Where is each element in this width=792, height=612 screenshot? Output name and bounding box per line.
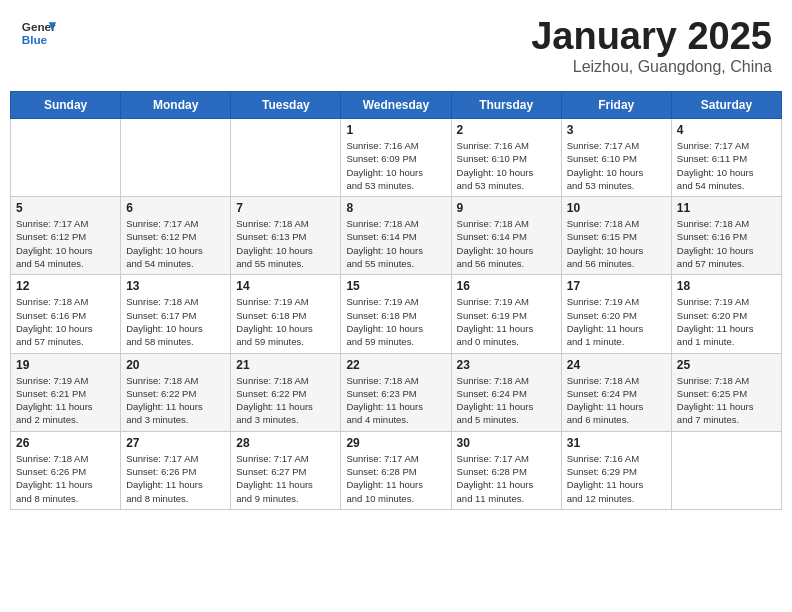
table-row: 6Sunrise: 7:17 AMSunset: 6:12 PMDaylight… xyxy=(121,197,231,275)
day-number: 18 xyxy=(677,279,776,293)
table-row: 9Sunrise: 7:18 AMSunset: 6:14 PMDaylight… xyxy=(451,197,561,275)
weekday-header-row: Sunday Monday Tuesday Wednesday Thursday… xyxy=(11,92,782,119)
table-row: 18Sunrise: 7:19 AMSunset: 6:20 PMDayligh… xyxy=(671,275,781,353)
table-row: 31Sunrise: 7:16 AMSunset: 6:29 PMDayligh… xyxy=(561,431,671,509)
day-number: 13 xyxy=(126,279,225,293)
day-number: 24 xyxy=(567,358,666,372)
table-row: 27Sunrise: 7:17 AMSunset: 6:26 PMDayligh… xyxy=(121,431,231,509)
day-info: Sunrise: 7:18 AMSunset: 6:14 PMDaylight:… xyxy=(346,217,445,270)
table-row: 23Sunrise: 7:18 AMSunset: 6:24 PMDayligh… xyxy=(451,353,561,431)
day-info: Sunrise: 7:18 AMSunset: 6:25 PMDaylight:… xyxy=(677,374,776,427)
day-info: Sunrise: 7:16 AMSunset: 6:10 PMDaylight:… xyxy=(457,139,556,192)
day-number: 19 xyxy=(16,358,115,372)
table-row: 21Sunrise: 7:18 AMSunset: 6:22 PMDayligh… xyxy=(231,353,341,431)
day-info: Sunrise: 7:18 AMSunset: 6:15 PMDaylight:… xyxy=(567,217,666,270)
week-row-3: 12Sunrise: 7:18 AMSunset: 6:16 PMDayligh… xyxy=(11,275,782,353)
table-row: 14Sunrise: 7:19 AMSunset: 6:18 PMDayligh… xyxy=(231,275,341,353)
day-number: 1 xyxy=(346,123,445,137)
day-info: Sunrise: 7:18 AMSunset: 6:13 PMDaylight:… xyxy=(236,217,335,270)
day-info: Sunrise: 7:18 AMSunset: 6:16 PMDaylight:… xyxy=(16,295,115,348)
day-number: 8 xyxy=(346,201,445,215)
table-row: 2Sunrise: 7:16 AMSunset: 6:10 PMDaylight… xyxy=(451,119,561,197)
table-row: 1Sunrise: 7:16 AMSunset: 6:09 PMDaylight… xyxy=(341,119,451,197)
header-friday: Friday xyxy=(561,92,671,119)
day-number: 29 xyxy=(346,436,445,450)
day-info: Sunrise: 7:19 AMSunset: 6:20 PMDaylight:… xyxy=(677,295,776,348)
calendar-title: January 2025 xyxy=(531,15,772,58)
day-info: Sunrise: 7:17 AMSunset: 6:26 PMDaylight:… xyxy=(126,452,225,505)
table-row: 20Sunrise: 7:18 AMSunset: 6:22 PMDayligh… xyxy=(121,353,231,431)
table-row: 19Sunrise: 7:19 AMSunset: 6:21 PMDayligh… xyxy=(11,353,121,431)
day-number: 26 xyxy=(16,436,115,450)
day-number: 14 xyxy=(236,279,335,293)
calendar-location: Leizhou, Guangdong, China xyxy=(531,58,772,76)
day-info: Sunrise: 7:19 AMSunset: 6:19 PMDaylight:… xyxy=(457,295,556,348)
logo: General Blue xyxy=(20,15,60,51)
table-row: 8Sunrise: 7:18 AMSunset: 6:14 PMDaylight… xyxy=(341,197,451,275)
day-number: 28 xyxy=(236,436,335,450)
day-info: Sunrise: 7:17 AMSunset: 6:28 PMDaylight:… xyxy=(457,452,556,505)
day-number: 10 xyxy=(567,201,666,215)
table-row: 17Sunrise: 7:19 AMSunset: 6:20 PMDayligh… xyxy=(561,275,671,353)
day-info: Sunrise: 7:17 AMSunset: 6:12 PMDaylight:… xyxy=(126,217,225,270)
table-row: 10Sunrise: 7:18 AMSunset: 6:15 PMDayligh… xyxy=(561,197,671,275)
day-info: Sunrise: 7:19 AMSunset: 6:18 PMDaylight:… xyxy=(236,295,335,348)
table-row: 11Sunrise: 7:18 AMSunset: 6:16 PMDayligh… xyxy=(671,197,781,275)
table-row: 12Sunrise: 7:18 AMSunset: 6:16 PMDayligh… xyxy=(11,275,121,353)
table-row: 4Sunrise: 7:17 AMSunset: 6:11 PMDaylight… xyxy=(671,119,781,197)
table-row: 28Sunrise: 7:17 AMSunset: 6:27 PMDayligh… xyxy=(231,431,341,509)
week-row-1: 1Sunrise: 7:16 AMSunset: 6:09 PMDaylight… xyxy=(11,119,782,197)
table-row: 15Sunrise: 7:19 AMSunset: 6:18 PMDayligh… xyxy=(341,275,451,353)
day-number: 11 xyxy=(677,201,776,215)
table-row xyxy=(671,431,781,509)
day-number: 2 xyxy=(457,123,556,137)
day-number: 6 xyxy=(126,201,225,215)
header-monday: Monday xyxy=(121,92,231,119)
day-number: 31 xyxy=(567,436,666,450)
logo-icon: General Blue xyxy=(20,15,56,51)
table-row: 13Sunrise: 7:18 AMSunset: 6:17 PMDayligh… xyxy=(121,275,231,353)
day-info: Sunrise: 7:18 AMSunset: 6:26 PMDaylight:… xyxy=(16,452,115,505)
day-info: Sunrise: 7:17 AMSunset: 6:10 PMDaylight:… xyxy=(567,139,666,192)
table-row: 22Sunrise: 7:18 AMSunset: 6:23 PMDayligh… xyxy=(341,353,451,431)
header-saturday: Saturday xyxy=(671,92,781,119)
day-info: Sunrise: 7:18 AMSunset: 6:22 PMDaylight:… xyxy=(126,374,225,427)
day-number: 23 xyxy=(457,358,556,372)
week-row-5: 26Sunrise: 7:18 AMSunset: 6:26 PMDayligh… xyxy=(11,431,782,509)
table-row: 5Sunrise: 7:17 AMSunset: 6:12 PMDaylight… xyxy=(11,197,121,275)
day-number: 4 xyxy=(677,123,776,137)
table-row xyxy=(11,119,121,197)
day-info: Sunrise: 7:18 AMSunset: 6:22 PMDaylight:… xyxy=(236,374,335,427)
table-row: 3Sunrise: 7:17 AMSunset: 6:10 PMDaylight… xyxy=(561,119,671,197)
page-header: General Blue January 2025 Leizhou, Guang… xyxy=(10,10,782,81)
header-thursday: Thursday xyxy=(451,92,561,119)
svg-text:Blue: Blue xyxy=(22,33,48,46)
day-info: Sunrise: 7:19 AMSunset: 6:21 PMDaylight:… xyxy=(16,374,115,427)
day-info: Sunrise: 7:17 AMSunset: 6:11 PMDaylight:… xyxy=(677,139,776,192)
day-info: Sunrise: 7:17 AMSunset: 6:27 PMDaylight:… xyxy=(236,452,335,505)
header-wednesday: Wednesday xyxy=(341,92,451,119)
day-info: Sunrise: 7:18 AMSunset: 6:24 PMDaylight:… xyxy=(567,374,666,427)
day-info: Sunrise: 7:18 AMSunset: 6:17 PMDaylight:… xyxy=(126,295,225,348)
day-number: 22 xyxy=(346,358,445,372)
table-row: 30Sunrise: 7:17 AMSunset: 6:28 PMDayligh… xyxy=(451,431,561,509)
day-number: 17 xyxy=(567,279,666,293)
day-info: Sunrise: 7:19 AMSunset: 6:18 PMDaylight:… xyxy=(346,295,445,348)
header-sunday: Sunday xyxy=(11,92,121,119)
table-row xyxy=(121,119,231,197)
day-number: 5 xyxy=(16,201,115,215)
day-number: 21 xyxy=(236,358,335,372)
day-number: 9 xyxy=(457,201,556,215)
day-info: Sunrise: 7:19 AMSunset: 6:20 PMDaylight:… xyxy=(567,295,666,348)
day-number: 15 xyxy=(346,279,445,293)
table-row: 16Sunrise: 7:19 AMSunset: 6:19 PMDayligh… xyxy=(451,275,561,353)
day-number: 16 xyxy=(457,279,556,293)
day-number: 30 xyxy=(457,436,556,450)
week-row-2: 5Sunrise: 7:17 AMSunset: 6:12 PMDaylight… xyxy=(11,197,782,275)
day-info: Sunrise: 7:18 AMSunset: 6:24 PMDaylight:… xyxy=(457,374,556,427)
day-info: Sunrise: 7:16 AMSunset: 6:09 PMDaylight:… xyxy=(346,139,445,192)
day-number: 20 xyxy=(126,358,225,372)
day-info: Sunrise: 7:17 AMSunset: 6:12 PMDaylight:… xyxy=(16,217,115,270)
table-row: 24Sunrise: 7:18 AMSunset: 6:24 PMDayligh… xyxy=(561,353,671,431)
day-info: Sunrise: 7:18 AMSunset: 6:23 PMDaylight:… xyxy=(346,374,445,427)
